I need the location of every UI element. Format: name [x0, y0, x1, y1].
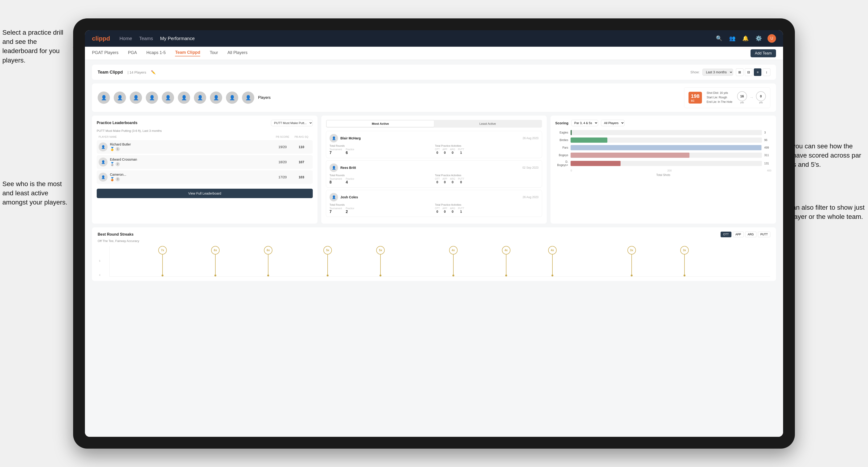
chart-x-label: Total Shots [555, 173, 771, 177]
bar-row-bogeys: Bogeys 311 [555, 153, 771, 158]
total-practice-label: Total Practice Activities [435, 144, 538, 147]
bar-row-pars: Pars 499 [555, 145, 771, 150]
streak-circle-6: 4x [449, 246, 458, 254]
player-activity-header-1: 👤 Blair McHarg 26 Aug 2023 [330, 134, 538, 143]
player-avatar-10[interactable]: 👤 [242, 92, 254, 104]
nav-link-teams[interactable]: Teams [139, 36, 153, 41]
total-rounds-label-3: Total Rounds [330, 203, 433, 206]
drill-select[interactable]: PUTT Must Make Putt... [271, 120, 313, 126]
leaderboard-header: Practice Leaderboards PUTT Must Make Put… [97, 120, 313, 126]
player-avatar-6[interactable]: 👤 [178, 92, 190, 104]
view-grid3-btn[interactable]: ⊟ [745, 68, 752, 76]
view-leaderboard-button[interactable]: View Full Leaderboard [97, 189, 313, 198]
leaderboard-title: Practice Leaderboards [97, 121, 137, 125]
player-activity-header-2: 👤 Rees Britt 02 Sep 2023 [330, 163, 538, 172]
activity-card: Most Active Least Active 👤 Blair McHarg … [321, 116, 547, 224]
streak-circle-5: 5x [376, 246, 385, 254]
player-avatar-4[interactable]: 👤 [146, 92, 158, 104]
subnav-pga[interactable]: PGA [128, 50, 137, 56]
axis-0: 0 [570, 169, 572, 172]
tablet-screen: clippd Home Teams My Performance 🔍 👥 🔔 ⚙… [85, 30, 783, 437]
shot-details: Shot Dist: 16 yds Start Lie: Rough End L… [707, 91, 733, 104]
player-avatar-8[interactable]: 👤 [210, 92, 222, 104]
subnav-hcaps[interactable]: Hcaps 1-5 [146, 50, 165, 56]
streaks-chart: 6 4 7x 6x 6x [110, 246, 770, 277]
scoring-filter-pars[interactable]: Par 3, 4 & 5s [571, 120, 598, 126]
subnav-all-players[interactable]: All Players [227, 50, 247, 56]
player-avatar-9[interactable]: 👤 [226, 92, 238, 104]
streak-circle-8: 4x [548, 246, 557, 254]
streak-btn-ott[interactable]: OTT [720, 231, 732, 237]
bar-row-birdies: Birdies 96 [555, 137, 771, 143]
streak-btn-putt[interactable]: PUTT [758, 231, 770, 237]
lb-header-avg: PB AVG SQ [292, 135, 311, 138]
bell-icon[interactable]: 🔔 [741, 34, 750, 43]
lb-avg-3: 103 [292, 175, 311, 179]
search-icon[interactable]: 🔍 [715, 34, 723, 43]
tab-most-active[interactable]: Most Active [327, 121, 434, 127]
team-header-right: Show: Last 3 months Last 6 months Last y… [690, 68, 770, 76]
pa-stats-2: Total Rounds Tournament8 Practice4 Total… [330, 174, 538, 184]
people-icon[interactable]: 👥 [728, 34, 736, 43]
bar-label-bogeys: Bogeys [555, 154, 568, 157]
pa-avatar-1: 👤 [330, 134, 338, 143]
streak-point-3: 6x [264, 246, 272, 276]
player-avatar-7[interactable]: 👤 [194, 92, 206, 104]
edit-icon[interactable]: ✏️ [151, 70, 156, 74]
streak-circle-9: 3x [627, 246, 636, 254]
players-label: Players [258, 96, 271, 100]
streak-point-6: 4x [449, 246, 458, 276]
axis-200: 200 [667, 169, 672, 172]
view-list-btn[interactable]: ≡ [754, 68, 762, 76]
player-avatar-2[interactable]: 👤 [114, 92, 126, 104]
streak-circle-1: 7x [158, 246, 167, 254]
table-row: 👤 Richard Butler 🥇 1 19/20 110 [97, 140, 313, 154]
view-sort-btn[interactable]: ↕ [763, 68, 770, 76]
streaks-subtitle: Off The Tee, Fairway Accuracy [98, 239, 770, 243]
nav-link-home[interactable]: Home [120, 36, 132, 41]
bar-track-pars [570, 145, 762, 150]
lb-avatar-3: 👤 [99, 173, 107, 182]
subnav-pgat[interactable]: PGAT Players [92, 50, 118, 56]
table-row: 👤 Cameron... 🥉 3 17/20 103 [97, 170, 313, 184]
streaks-title: Best Round Streaks [98, 232, 133, 237]
bar-value-bogeys: 311 [764, 154, 771, 157]
streak-point-7: 4x [502, 246, 510, 276]
pa-date-3: 26 Aug 2023 [523, 195, 538, 199]
pa-avatar-3: 👤 [330, 193, 338, 201]
add-team-button[interactable]: Add Team [750, 49, 776, 57]
bar-label-pars: Pars [555, 146, 568, 149]
avatar[interactable]: U [768, 34, 776, 43]
player-avatar-5[interactable]: 👤 [162, 92, 174, 104]
lb-avg-2: 107 [292, 160, 311, 164]
subnav-team-clippd[interactable]: Team Clippd [175, 50, 200, 56]
scoring-title: Scoring [555, 121, 568, 125]
settings-icon[interactable]: ⚙️ [754, 34, 763, 43]
pa-stats-3: Total Rounds Tournament7 Practice2 Total… [330, 203, 538, 214]
three-cols: Practice Leaderboards PUTT Must Make Put… [92, 116, 776, 224]
nav-link-myperformance[interactable]: My Performance [160, 36, 195, 41]
show-label: Show: [690, 70, 700, 74]
list-item: 👤 Rees Britt 02 Sep 2023 Total Rounds To… [326, 160, 542, 187]
lb-name-3: Cameron... [110, 173, 126, 177]
streak-point-2: 6x [211, 246, 220, 276]
player-avatar-1[interactable]: 👤 [98, 92, 110, 104]
view-grid2-btn[interactable]: ⊞ [736, 68, 743, 76]
scoring-filter-players[interactable]: All Players [601, 120, 625, 126]
leaderboard-subtitle: PUTT Must Make Putting (3-6 ft), Last 3 … [97, 129, 313, 132]
bar-value-double: 131 [764, 162, 771, 165]
streak-btn-arg[interactable]: ARG [745, 231, 756, 237]
pa-stats-1: Total Rounds Tournament 7 Practice 6 [330, 144, 538, 155]
player-avatar-3[interactable]: 👤 [130, 92, 142, 104]
tab-least-active[interactable]: Least Active [434, 121, 541, 127]
tablet-frame: clippd Home Teams My Performance 🔍 👥 🔔 ⚙… [73, 19, 795, 448]
streak-point-10: 3x [680, 246, 689, 276]
subnav: PGAT Players PGA Hcaps 1-5 Team Clippd T… [85, 47, 783, 60]
show-select[interactable]: Last 3 months Last 6 months Last year [703, 69, 733, 76]
bar-value-pars: 499 [764, 146, 771, 149]
lb-player-3: 👤 Cameron... 🥉 3 [99, 173, 273, 182]
player-activity-header-3: 👤 Josh Coles 26 Aug 2023 [330, 193, 538, 201]
streak-btn-app[interactable]: APP [733, 231, 744, 237]
players-section: 👤 👤 👤 👤 👤 👤 👤 👤 👤 👤 Players [92, 84, 776, 112]
subnav-tour[interactable]: Tour [210, 50, 218, 56]
